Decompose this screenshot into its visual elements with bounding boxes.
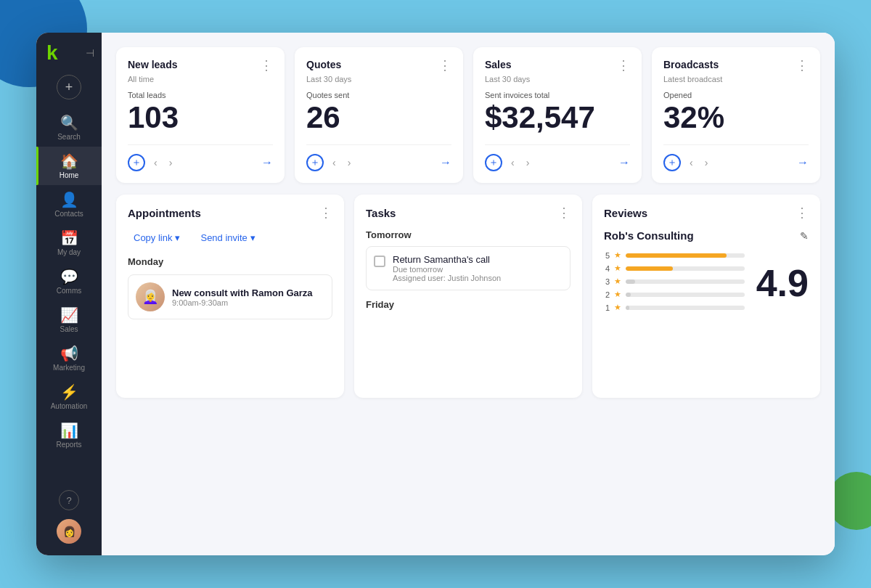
- help-button[interactable]: ?: [59, 490, 79, 510]
- prev-button[interactable]: ‹: [151, 155, 160, 170]
- next-button[interactable]: ›: [523, 155, 533, 170]
- reviews-more-button[interactable]: ⋮: [796, 206, 809, 219]
- task-section: Tomorrow Return Samantha's call Due tomo…: [366, 229, 571, 290]
- send-invite-button[interactable]: Send invite ▾: [195, 229, 261, 246]
- stat-value: $32,547: [485, 101, 630, 134]
- star-number: 5: [604, 251, 610, 260]
- stat-title: New leads: [128, 59, 177, 70]
- stat-more-button[interactable]: ⋮: [438, 59, 451, 72]
- task-info: Return Samantha's call Due tomorrow Assi…: [393, 254, 501, 282]
- prev-button[interactable]: ‹: [687, 155, 696, 170]
- stat-card-0: New leads ⋮ All time Total leads 103 ＋ ‹…: [116, 47, 285, 183]
- sidebar-item-comms[interactable]: 💬Comms: [36, 262, 102, 301]
- stat-header: Quotes ⋮: [306, 59, 451, 72]
- sidebar-bottom: ? 👩: [57, 490, 81, 555]
- edit-icon[interactable]: ✎: [800, 230, 809, 242]
- sidebar: k ⊣ + 🔍Search🏠Home👤Contacts📅My day💬Comms…: [36, 33, 102, 555]
- stat-value: 26: [306, 101, 451, 134]
- review-company: Rob's Consulting ✎: [604, 229, 809, 242]
- reviews-widget: Reviews ⋮ Rob's Consulting ✎ 5 ★ 4 ★ 3 ★: [592, 195, 820, 398]
- next-button[interactable]: ›: [345, 155, 354, 170]
- automation-icon: ⚡: [60, 383, 78, 401]
- sidebar-item-marketing[interactable]: 📢Marketing: [36, 339, 102, 377]
- add-stat-button[interactable]: ＋: [128, 154, 145, 171]
- appointment-time: 9:00am-9:30am: [172, 298, 324, 307]
- copy-link-button[interactable]: Copy link ▾: [128, 229, 186, 246]
- prev-button[interactable]: ‹: [330, 155, 339, 170]
- star-row-4: 4 ★: [604, 264, 745, 273]
- sidebar-item-home[interactable]: 🏠Home: [36, 147, 102, 185]
- star-bars: 5 ★ 4 ★ 3 ★ 2 ★ 1 ★: [604, 250, 745, 316]
- go-button[interactable]: →: [261, 156, 273, 169]
- task-checkbox[interactable]: [374, 256, 385, 267]
- main-content: New leads ⋮ All time Total leads 103 ＋ ‹…: [102, 33, 835, 555]
- chevron-down-icon: ▾: [250, 232, 255, 243]
- stat-value: 103: [128, 101, 273, 134]
- reviews-title: Reviews: [604, 207, 647, 219]
- chevron-down-icon: ▾: [175, 232, 180, 243]
- tasks-container: Tomorrow Return Samantha's call Due tomo…: [366, 229, 571, 310]
- task-day-label: Friday: [366, 299, 571, 310]
- go-button[interactable]: →: [440, 156, 451, 169]
- comms-icon: 💬: [60, 268, 78, 285]
- next-button[interactable]: ›: [702, 155, 711, 170]
- sidebar-item-contacts[interactable]: 👤Contacts: [36, 185, 102, 224]
- appointment-avatar: 👩‍🦳: [136, 282, 165, 311]
- star-number: 4: [604, 264, 610, 273]
- tasks-more-button[interactable]: ⋮: [557, 206, 571, 219]
- appointments-more-button[interactable]: ⋮: [319, 206, 332, 219]
- appointments-title: Appointments: [128, 207, 201, 219]
- star-number: 3: [604, 277, 610, 286]
- sales-icon: 📈: [60, 306, 78, 324]
- stat-more-button[interactable]: ⋮: [260, 59, 273, 72]
- bar-track: [626, 306, 745, 310]
- task-day-label: Tomorrow: [366, 229, 571, 240]
- stat-header: Sales ⋮: [485, 59, 630, 72]
- add-stat-button[interactable]: ＋: [306, 154, 324, 171]
- star-number: 1: [604, 303, 610, 312]
- collapse-button[interactable]: ⊣: [86, 47, 94, 59]
- appointments-widget: Appointments ⋮ Copy link ▾ Send invite ▾…: [116, 195, 344, 398]
- task-item: Return Samantha's call Due tomorrow Assi…: [366, 246, 571, 290]
- sidebar-item-label: Search: [57, 133, 81, 141]
- bottom-row: Appointments ⋮ Copy link ▾ Send invite ▾…: [116, 195, 820, 398]
- bar-track: [626, 253, 745, 258]
- sidebar-item-label: Automation: [51, 402, 88, 410]
- sidebar-item-sales[interactable]: 📈Sales: [36, 301, 102, 339]
- go-button[interactable]: →: [797, 156, 809, 169]
- add-stat-button[interactable]: ＋: [663, 154, 681, 171]
- sidebar-item-label: My day: [57, 248, 81, 256]
- sidebar-item-automation[interactable]: ⚡Automation: [36, 377, 102, 416]
- bar-fill: [626, 306, 629, 310]
- overall-rating: 4.9: [756, 264, 809, 302]
- stats-row: New leads ⋮ All time Total leads 103 ＋ ‹…: [116, 47, 820, 183]
- sidebar-item-reports[interactable]: 📊Reports: [36, 416, 102, 454]
- sidebar-item-search[interactable]: 🔍Search: [36, 108, 102, 147]
- marketing-icon: 📢: [60, 345, 78, 362]
- stat-label: Quotes sent: [306, 91, 451, 99]
- star-icon: ★: [614, 250, 621, 260]
- star-icon: ★: [614, 264, 621, 273]
- user-avatar[interactable]: 👩: [57, 519, 81, 544]
- reports-icon: 📊: [60, 422, 78, 439]
- add-button[interactable]: +: [57, 75, 81, 99]
- stat-card-2: Sales ⋮ Last 30 days Sent invoices total…: [473, 47, 642, 183]
- bar-fill: [626, 293, 631, 297]
- stat-more-button[interactable]: ⋮: [796, 59, 809, 72]
- reviews-header: Reviews ⋮: [604, 206, 809, 219]
- task-due: Due tomorrow: [393, 265, 501, 274]
- stat-title: Quotes: [306, 59, 341, 70]
- sidebar-item-myday[interactable]: 📅My day: [36, 224, 102, 262]
- sidebar-item-label: Comms: [57, 287, 81, 295]
- add-stat-button[interactable]: ＋: [485, 154, 502, 171]
- task-section: Friday: [366, 299, 571, 310]
- tasks-title: Tasks: [366, 207, 396, 219]
- go-button[interactable]: →: [618, 156, 630, 169]
- bar-fill: [626, 279, 635, 284]
- stat-subtitle: Latest broadcast: [663, 75, 809, 83]
- stat-footer: ＋ ‹ › →: [663, 144, 809, 171]
- stat-more-button[interactable]: ⋮: [617, 59, 630, 72]
- prev-button[interactable]: ‹: [508, 155, 518, 170]
- next-button[interactable]: ›: [166, 155, 176, 170]
- bar-track: [626, 266, 745, 271]
